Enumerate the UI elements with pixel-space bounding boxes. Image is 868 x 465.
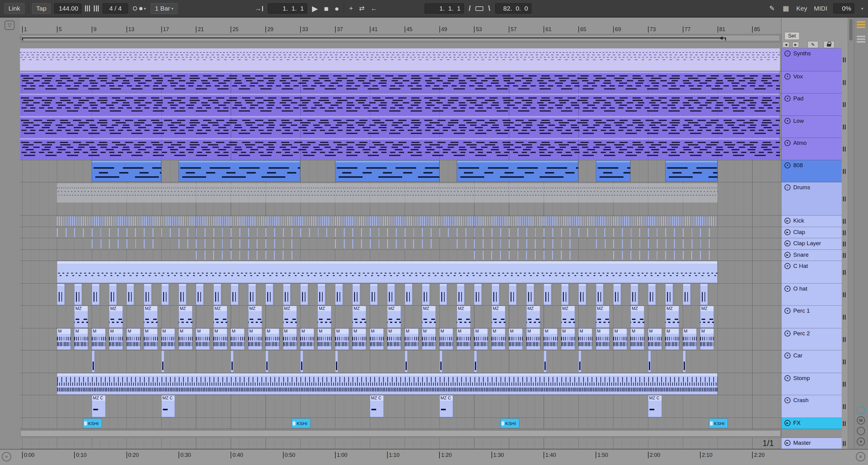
clip-perc-2[interactable]: M (665, 328, 679, 350)
time-ruler[interactable]: ≈ 0:000:100:200:300:400:501:001:101:201:… (0, 449, 868, 465)
track-header-o-hat[interactable]: ▼O hat (781, 284, 842, 306)
clip-car[interactable] (266, 351, 269, 372)
track-header-snare[interactable]: ▶Snare (781, 250, 842, 261)
bar-ruler[interactable]: 1591317212529333741454953576165697377818… (20, 18, 781, 34)
loop-end-icon[interactable]: ◀ (719, 35, 723, 40)
clip-atmo[interactable] (20, 138, 780, 160)
clip-snare[interactable] (196, 251, 300, 260)
clip-perc-2[interactable]: M (74, 328, 88, 350)
clip-o-hat[interactable] (126, 284, 134, 305)
clip-perc-1[interactable]: MZ (317, 306, 332, 328)
clip-perc-2[interactable]: M (578, 328, 592, 350)
clip-car[interactable] (578, 351, 581, 372)
clip-perc-2[interactable]: M (300, 328, 314, 350)
fold-track-icon[interactable]: ▼ (784, 330, 790, 336)
clip-o-hat[interactable] (613, 284, 621, 305)
clip-fx[interactable]: KSHI (500, 419, 519, 428)
clip-o-hat[interactable] (492, 284, 499, 305)
clip-kick[interactable] (57, 217, 718, 226)
clip-perc-2[interactable]: M (317, 328, 332, 350)
record-button[interactable]: ● (333, 4, 340, 13)
fold-track-icon[interactable]: ▼ (784, 263, 790, 269)
midi-map-button[interactable]: MIDI (813, 4, 828, 13)
horizontal-scrollbar[interactable] (20, 429, 781, 438)
clip-perc-1[interactable]: MZ (387, 306, 401, 328)
clip-o-hat[interactable] (213, 284, 221, 305)
loop-brace[interactable] (22, 37, 726, 39)
lane-perc-1[interactable]: MZMZMZMZMZMZMZMZMZMZMZMZMZMZMZMZMZMZMZ (20, 306, 781, 328)
unfold-track-icon[interactable]: ▶ (784, 229, 790, 235)
punch-out-button[interactable]: \ (487, 4, 491, 13)
lane-o-hat[interactable] (20, 284, 781, 306)
fold-track-icon[interactable]: ▼ (784, 96, 790, 102)
clip-stomp[interactable] (57, 373, 718, 395)
fold-track-icon[interactable]: ▼ (784, 308, 790, 314)
clip-perc-2[interactable]: M (196, 328, 210, 350)
fold-track-icon[interactable]: ▼ (784, 73, 790, 79)
draw-mode-icon[interactable]: ✎ (768, 4, 776, 13)
clip-perc-2[interactable]: M (213, 328, 227, 350)
clip-perc-1[interactable]: MZ (526, 306, 540, 328)
new-button[interactable]: + (348, 4, 354, 13)
fold-track-icon[interactable]: ▼ (784, 353, 790, 359)
track-header-fx[interactable]: ▶FX (781, 418, 842, 429)
clip-car[interactable] (300, 351, 303, 372)
clip-perc-2[interactable]: M (596, 328, 610, 350)
group-fold-icon[interactable]: ≡ (784, 185, 790, 191)
track-header-car[interactable]: ▼Car (781, 351, 842, 373)
group-fold-icon[interactable]: ≡ (784, 51, 790, 57)
clip-crash[interactable]: MZ C (92, 395, 105, 417)
re-enable-automation-icon[interactable]: ⇄ (358, 4, 366, 13)
clip-perc-1[interactable]: MZ (179, 306, 192, 328)
clip-o-hat[interactable] (74, 284, 82, 305)
clip-perc-2[interactable]: M (648, 328, 662, 350)
clip-car[interactable] (161, 351, 164, 372)
clip-perc-1[interactable]: MZ (457, 306, 471, 328)
clip-car[interactable] (335, 351, 338, 372)
clip-clap-layer[interactable] (92, 239, 161, 248)
lock-button[interactable] (824, 41, 834, 48)
fold-track-icon[interactable]: ▼ (784, 140, 790, 146)
clip-o-hat[interactable] (57, 284, 65, 305)
clip-perc-1[interactable]: MZ (144, 306, 158, 328)
clip-perc-1[interactable]: MZ (283, 306, 297, 328)
clip-o-hat[interactable] (352, 284, 360, 305)
lane-snare[interactable] (20, 250, 781, 261)
clip-o-hat[interactable] (683, 284, 691, 305)
clip-crash[interactable]: MZ C (161, 395, 175, 417)
clip-o-hat[interactable] (457, 284, 465, 305)
clip-perc-2[interactable]: M (700, 328, 714, 350)
clip-clap-layer[interactable] (335, 239, 439, 248)
clip-808[interactable] (665, 160, 717, 182)
clip-car[interactable] (405, 351, 408, 372)
lane-vox[interactable] (20, 71, 781, 93)
clip-o-hat[interactable] (596, 284, 604, 305)
lane-clap[interactable] (20, 227, 781, 238)
clip-drums[interactable] (57, 183, 718, 203)
lane-car[interactable] (20, 351, 781, 373)
clip-car[interactable] (230, 351, 234, 372)
unfold-track-icon[interactable]: ▶ (784, 252, 790, 258)
clip-o-hat[interactable] (179, 284, 186, 305)
pencil-icon[interactable]: ✎ (807, 41, 818, 48)
clip-o-hat[interactable] (370, 284, 378, 305)
clip-808[interactable] (179, 160, 300, 182)
clip-car[interactable] (683, 351, 686, 372)
clip-o-hat[interactable] (248, 284, 256, 305)
key-map-button[interactable]: Key (796, 4, 808, 13)
follow-button[interactable]: → (254, 4, 264, 13)
clip-perc-1[interactable]: MZ (561, 306, 575, 328)
clip-perc-2[interactable]: M (422, 328, 436, 350)
computer-midi-keyboard-icon[interactable]: ▦ (781, 4, 790, 13)
clip-perc-2[interactable]: M (457, 328, 471, 350)
track-header-vox[interactable]: ▼Vox (781, 71, 842, 93)
clip-perc-1[interactable]: MZ (248, 306, 262, 328)
lane-atmo[interactable] (20, 138, 781, 160)
clip-o-hat[interactable] (561, 284, 569, 305)
overview-toggle-icon[interactable]: ≡ (856, 452, 865, 461)
returns-toggle-icon[interactable]: ≡ (857, 437, 865, 446)
clip-o-hat[interactable] (109, 284, 117, 305)
quantize-menu[interactable]: 1 Bar ▾ (151, 3, 178, 14)
link-button[interactable]: Link (4, 3, 25, 14)
clip-fx[interactable]: KSHI (709, 419, 728, 428)
